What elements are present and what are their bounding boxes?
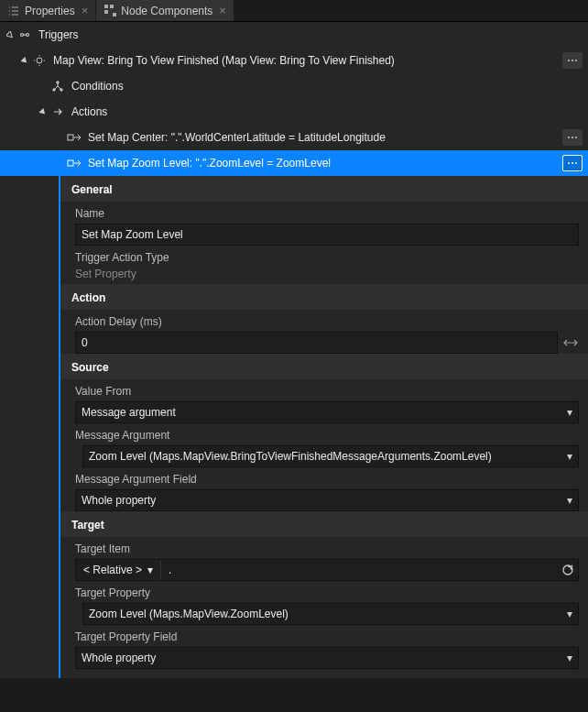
label-action-delay: Action Delay (ms) [75, 315, 579, 328]
dropdown-value: Whole property [82, 652, 156, 664]
chevron-down-icon: ▾ [147, 564, 153, 576]
triggers-icon [16, 27, 33, 43]
tree-label: Set Map Zoom Level: ".".ZoomLevel = Zoom… [88, 157, 559, 170]
svg-rect-19 [68, 135, 73, 140]
tree-panel: Triggers Map View: Bring To View Finishe… [0, 22, 588, 678]
chevron-down-icon: ▾ [567, 494, 572, 507]
svg-point-14 [572, 60, 573, 61]
svg-point-10 [21, 34, 24, 37]
label-target-item: Target Item [75, 542, 579, 555]
relative-label: < Relative > [83, 564, 142, 576]
svg-point-22 [575, 137, 577, 138]
svg-point-15 [575, 60, 577, 61]
conditions-icon [49, 78, 66, 94]
more-button[interactable] [562, 155, 583, 171]
svg-point-26 [575, 162, 577, 164]
value-from-dropdown[interactable]: Message argument ▾ [75, 401, 579, 423]
svg-point-12 [37, 58, 42, 63]
dropdown-value: Whole property [82, 494, 156, 507]
tab-bar: Properties × Node Components × [0, 0, 588, 22]
target-path[interactable]: . [161, 564, 558, 576]
expand-toggle[interactable] [18, 54, 31, 67]
label-trigger-action-type: Trigger Action Type [75, 251, 579, 264]
tree-item-conditions[interactable]: Conditions [0, 73, 588, 99]
svg-point-25 [572, 162, 573, 164]
target-relative-button[interactable]: < Relative > ▾ [76, 560, 161, 580]
list-icon [7, 5, 20, 17]
target-item-row: < Relative > ▾ . [75, 559, 579, 581]
name-input[interactable] [75, 224, 579, 246]
section-target: Target [60, 511, 588, 537]
svg-point-18 [60, 89, 62, 91]
tree-label: Actions [71, 105, 583, 118]
drag-handle-icon[interactable] [563, 334, 579, 351]
label-name: Name [75, 207, 579, 220]
target-property-dropdown[interactable]: Zoom Level (Maps.MapView.ZoomLevel) ▾ [82, 603, 579, 625]
actions-icon [49, 104, 66, 120]
section-general: General [60, 176, 588, 202]
set-property-icon [66, 155, 82, 171]
svg-rect-23 [68, 160, 73, 166]
chevron-down-icon: ▾ [567, 652, 572, 664]
action-delay-input[interactable] [75, 332, 558, 354]
label-target-property-field: Target Property Field [75, 630, 579, 643]
tree-item-event[interactable]: Map View: Bring To View Finished (Map Vi… [0, 48, 588, 73]
svg-rect-7 [110, 5, 114, 8]
svg-point-21 [572, 137, 573, 138]
close-icon[interactable]: × [219, 4, 226, 17]
expand-placeholder [53, 131, 66, 144]
tab-node-components[interactable]: Node Components × [96, 0, 234, 21]
dropdown-value: Message argument [82, 406, 176, 419]
tab-properties[interactable]: Properties × [0, 0, 96, 21]
chevron-down-icon: ▾ [567, 608, 572, 620]
details-panel: General Name Trigger Action Type Set Pro… [59, 176, 588, 678]
section-source: Source [60, 354, 588, 379]
tree-item-action-set-map-center[interactable]: Set Map Center: ".".WorldCenterLatitude … [0, 125, 588, 150]
tree-label: Set Map Center: ".".WorldCenterLatitude … [88, 131, 559, 144]
tab-label: Node Components [121, 5, 212, 17]
target-locate-button[interactable] [558, 560, 578, 580]
tree-label: Conditions [71, 80, 583, 93]
label-value-from: Value From [75, 385, 579, 398]
dropdown-value: Zoom Level (Maps.MapView.ZoomLevel) [89, 608, 289, 620]
trigger-action-type-value: Set Property [75, 268, 579, 280]
svg-point-20 [568, 137, 570, 138]
expand-toggle[interactable] [37, 105, 49, 118]
event-icon [31, 52, 48, 69]
chevron-down-icon: ▾ [567, 406, 572, 419]
more-button[interactable] [562, 129, 583, 146]
section-action: Action [60, 284, 588, 310]
tree-item-triggers[interactable]: Triggers [0, 22, 588, 48]
expand-toggle[interactable] [4, 28, 16, 41]
svg-point-24 [568, 162, 570, 164]
svg-rect-9 [113, 13, 116, 16]
label-target-property: Target Property [75, 586, 579, 599]
svg-point-17 [53, 89, 55, 91]
svg-rect-8 [104, 10, 108, 14]
svg-point-16 [57, 82, 59, 83]
svg-point-13 [568, 60, 570, 61]
target-property-field-dropdown[interactable]: Whole property ▾ [75, 647, 579, 669]
label-message-argument-field: Message Argument Field [75, 473, 579, 486]
tree-label: Map View: Bring To View Finished (Map Vi… [53, 54, 559, 67]
components-icon [103, 5, 116, 17]
tab-label: Properties [25, 5, 75, 17]
tree-label: Triggers [38, 28, 583, 41]
message-argument-field-dropdown[interactable]: Whole property ▾ [75, 489, 579, 511]
svg-point-11 [27, 34, 29, 37]
tree-item-action-set-map-zoom[interactable]: Set Map Zoom Level: ".".ZoomLevel = Zoom… [0, 150, 588, 176]
svg-rect-6 [104, 5, 108, 8]
message-argument-dropdown[interactable]: Zoom Level (Maps.MapView.BringToViewFini… [82, 445, 579, 467]
set-property-icon [66, 129, 82, 146]
dropdown-value: Zoom Level (Maps.MapView.BringToViewFini… [89, 450, 492, 463]
chevron-down-icon: ▾ [567, 450, 572, 463]
close-icon[interactable]: × [82, 4, 89, 17]
label-message-argument: Message Argument [75, 429, 579, 442]
more-button[interactable] [562, 52, 583, 69]
expand-placeholder [37, 80, 49, 93]
tree-item-actions[interactable]: Actions [0, 99, 588, 125]
expand-placeholder [53, 157, 66, 170]
